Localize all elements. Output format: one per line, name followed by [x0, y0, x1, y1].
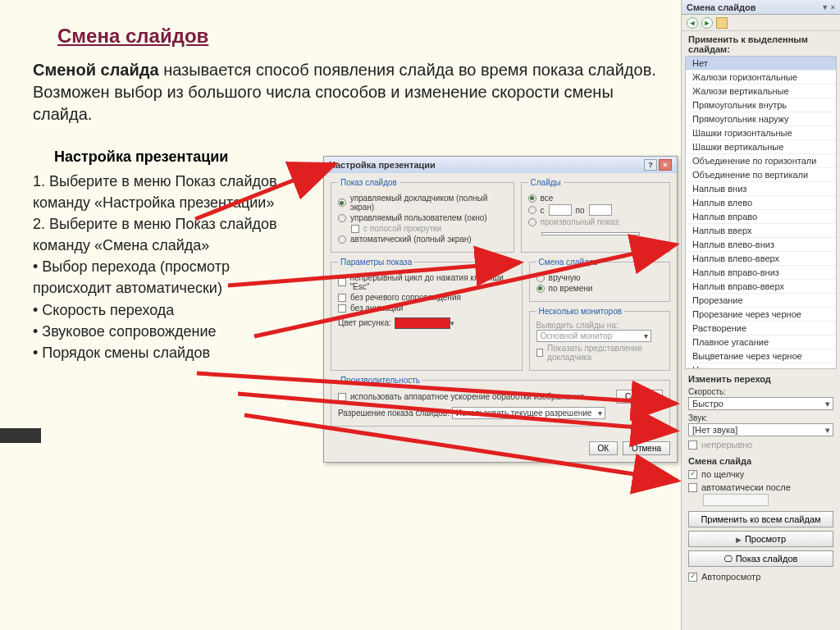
- radio-presenter-fullscreen[interactable]: управляемый докладчиком (полный экран): [338, 194, 507, 212]
- slide-steps: 1. Выберите в меню Показ слайдов команду…: [33, 171, 287, 363]
- transition-item[interactable]: Наплыв влево-вверх: [686, 252, 836, 266]
- auto-time-input[interactable]: [703, 494, 769, 506]
- sound-select[interactable]: [Нет звука]: [688, 423, 833, 436]
- check-auto-after[interactable]: автоматически после: [682, 481, 840, 494]
- cancel-button[interactable]: Отмена: [623, 441, 670, 455]
- check-on-click[interactable]: по щелчку: [682, 468, 840, 481]
- slide-title: Смена слайдов: [57, 25, 656, 48]
- decorative-bar: [0, 428, 41, 443]
- spin-from[interactable]: [549, 204, 572, 216]
- transition-item[interactable]: Жалюзи вертикальные: [686, 84, 836, 98]
- transition-item[interactable]: Новости: [686, 363, 836, 369]
- tips-button[interactable]: Советы: [616, 390, 663, 404]
- slide-transition-pane: Смена слайдов ▼ × ◄ ► Применить к выделе…: [681, 0, 840, 630]
- transition-item[interactable]: Прямоугольник наружу: [686, 112, 836, 126]
- slideshow-button[interactable]: Показ слайдов: [688, 550, 833, 567]
- transition-item[interactable]: Наплыв вправо-вверх: [686, 280, 836, 294]
- select-custom-show: [541, 232, 640, 235]
- check-autopreview[interactable]: Автопросмотр: [682, 570, 840, 583]
- speed-label: Скорость:: [688, 387, 833, 396]
- section-modify: Изменить переход: [682, 369, 840, 386]
- transition-item[interactable]: Наплыв влево-вниз: [686, 238, 836, 252]
- chevron-down-icon[interactable]: ▼ ×: [821, 3, 835, 11]
- transition-item[interactable]: Наплыв вниз: [686, 182, 836, 196]
- pen-color-row: Цвет рисунка:▾: [338, 317, 515, 329]
- check-no-animation[interactable]: без анимации: [338, 304, 515, 313]
- transition-item[interactable]: Плавное угасание: [686, 336, 836, 349]
- transition-item[interactable]: Прорезание через черное: [686, 308, 836, 322]
- speed-select[interactable]: Быстро: [688, 397, 833, 410]
- transition-list[interactable]: НетЖалюзи горизонтальныеЖалюзи вертикаль…: [685, 56, 837, 369]
- dialog-titlebar[interactable]: Настройка презентации ? ×: [324, 157, 677, 173]
- transition-item[interactable]: Выцветание через черное: [686, 349, 836, 363]
- spin-to[interactable]: [589, 204, 612, 216]
- check-presenter-view: Показать представление докладчика: [536, 344, 663, 362]
- transition-item[interactable]: Объединение по вертикали: [686, 168, 836, 182]
- select-monitor: Основной монитор: [536, 330, 651, 342]
- pane-toolbar: ◄ ►: [682, 15, 840, 31]
- radio-user-window[interactable]: управляемый пользователем (окно): [338, 213, 507, 222]
- transition-item[interactable]: Шашки вертикальные: [686, 140, 836, 154]
- close-icon[interactable]: ×: [659, 159, 672, 171]
- transition-item[interactable]: Наплыв вправо-вниз: [686, 266, 836, 280]
- preview-button[interactable]: Просмотр: [688, 531, 833, 547]
- transition-item[interactable]: Жалюзи горизонтальные: [686, 71, 836, 84]
- transition-item[interactable]: Шашки горизонтальные: [686, 126, 836, 140]
- help-icon[interactable]: ?: [644, 159, 657, 171]
- fs-performance: Производительность: [338, 376, 422, 385]
- transition-item[interactable]: Наплыв влево: [686, 196, 836, 210]
- resolution-row: Разрешение показа слайдов: Использовать …: [338, 407, 663, 419]
- transition-item[interactable]: Объединение по горизонтали: [686, 154, 836, 168]
- transition-item[interactable]: Наплыв вверх: [686, 224, 836, 238]
- transition-item[interactable]: Прорезание: [686, 294, 836, 308]
- back-icon[interactable]: ◄: [687, 17, 698, 29]
- fs-advance: Смена слайдов: [536, 258, 600, 267]
- transition-item[interactable]: Растворение: [686, 322, 836, 336]
- fs-params: Параметры показа: [338, 258, 414, 267]
- presentation-settings-dialog: Настройка презентации ? × Показ слайдов …: [323, 156, 678, 463]
- apply-label: Применить к выделенным слайдам:: [682, 31, 840, 56]
- section-advance: Смена слайда: [682, 451, 840, 468]
- fs-monitors: Несколько мониторов: [536, 307, 625, 316]
- check-scrollbar: с полосой прокрутки: [351, 224, 507, 233]
- dialog-title: Настройка презентации: [329, 160, 436, 170]
- check-no-narration[interactable]: без речевого сопровождения: [338, 293, 515, 302]
- slide-lead: Сменой слайда называется способ появлени…: [33, 59, 656, 126]
- pane-header[interactable]: Смена слайдов ▼ ×: [682, 0, 840, 15]
- ok-button[interactable]: ОК: [589, 441, 619, 455]
- check-loop-esc[interactable]: непрерывный цикл до нажатия клавиши "Esc…: [338, 273, 515, 291]
- transition-item[interactable]: Наплыв вправо: [686, 210, 836, 224]
- pen-color-swatch[interactable]: [395, 317, 450, 329]
- radio-all-slides[interactable]: все: [528, 194, 663, 203]
- radio-timed[interactable]: по времени: [536, 284, 663, 293]
- pane-title: Смена слайдов: [687, 2, 756, 12]
- label-output: Выводить слайды на:: [536, 321, 663, 330]
- forward-icon[interactable]: ►: [701, 17, 713, 29]
- apply-all-button[interactable]: Применить ко всем слайдам: [688, 511, 833, 527]
- home-icon[interactable]: [716, 17, 728, 29]
- fs-slides: Слайды: [528, 178, 564, 187]
- check-continuous: непрерывно: [682, 438, 840, 451]
- fs-show: Показ слайдов: [338, 178, 399, 187]
- select-resolution[interactable]: Использовать текущее разрешение: [452, 407, 606, 419]
- check-hw-accel[interactable]: использовать аппаратное ускорение обрабо…: [338, 392, 616, 401]
- sound-label: Звук:: [688, 413, 833, 422]
- transition-item[interactable]: Прямоугольник внутрь: [686, 98, 836, 112]
- transition-item[interactable]: Нет: [686, 57, 836, 71]
- radio-manual[interactable]: вручную: [536, 273, 663, 282]
- radio-auto-fullscreen[interactable]: автоматический (полный экран): [338, 235, 507, 244]
- radio-custom-show: произвольный показ:: [528, 217, 663, 226]
- radio-range[interactable]: с по: [528, 204, 663, 216]
